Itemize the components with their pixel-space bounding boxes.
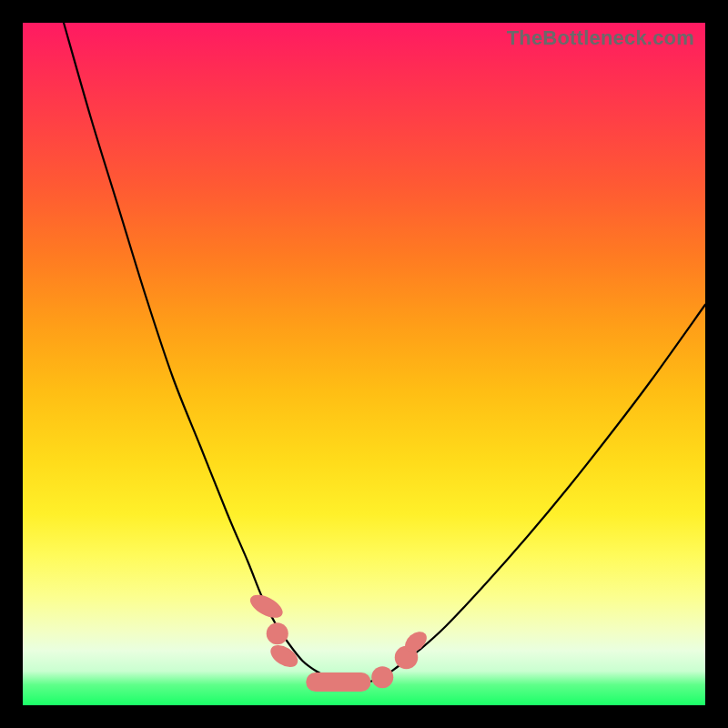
curve-marker-dot [267, 622, 288, 644]
curve-marker-pill [306, 672, 370, 692]
chart-frame: TheBottleneck.com [23, 23, 705, 705]
curve-markers-group [247, 590, 430, 692]
curve-marker-dot [371, 666, 393, 688]
bottleneck-curve [64, 23, 705, 682]
curve-marker-ellipse [247, 590, 287, 622]
chart-svg [23, 23, 705, 705]
curve-marker-ellipse [267, 641, 301, 672]
